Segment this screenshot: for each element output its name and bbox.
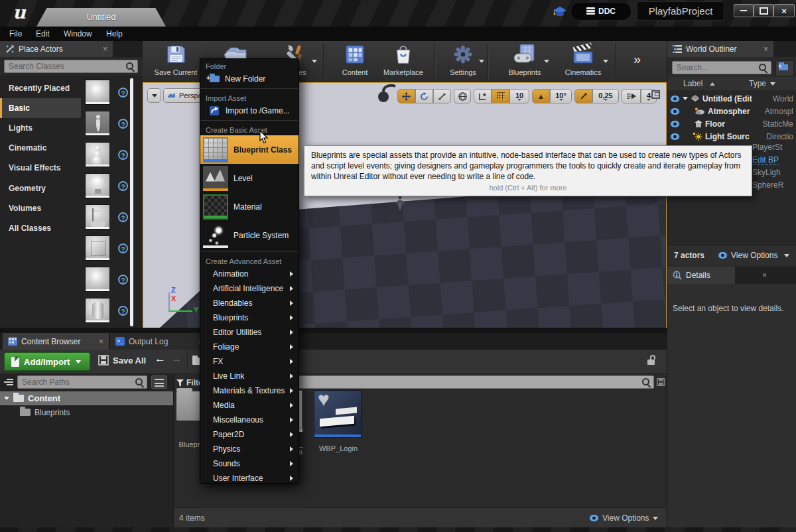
- visibility-eye-icon[interactable]: [670, 108, 680, 115]
- cinematics-button[interactable]: Cinematics: [555, 42, 611, 81]
- help-icon[interactable]: ?: [118, 275, 128, 285]
- close-icon[interactable]: ×: [99, 338, 103, 346]
- menu-help[interactable]: Help: [102, 27, 127, 41]
- outliner-row-floor[interactable]: Floor StaticMe: [670, 117, 796, 130]
- marketplace-button[interactable]: Marketplace: [376, 42, 431, 81]
- maximize-viewport-button[interactable]: [651, 90, 660, 99]
- category-recently-placed[interactable]: Recently Placed: [0, 78, 81, 98]
- column-label[interactable]: Label: [683, 79, 702, 88]
- menu-media[interactable]: Media: [200, 398, 298, 413]
- help-icon[interactable]: ?: [118, 181, 128, 191]
- category-all-classes[interactable]: All Classes: [0, 218, 81, 238]
- outliner-row-untitled[interactable]: Untitled (Edit World: [670, 92, 796, 105]
- menu-user-interface[interactable]: User Interface: [200, 471, 298, 486]
- help-icon[interactable]: ?: [118, 150, 128, 160]
- menu-file[interactable]: File: [5, 27, 26, 41]
- thumb-sphere[interactable]: [85, 80, 110, 105]
- menu-level[interactable]: Level: [200, 164, 298, 192]
- column-type[interactable]: Type: [749, 79, 766, 88]
- level-tab[interactable]: Untitled: [36, 8, 166, 27]
- category-visual-effects[interactable]: Visual Effects: [0, 158, 81, 178]
- outliner-row-atmosphere[interactable]: Atmospher Atmospl: [670, 105, 796, 117]
- menu-blendables[interactable]: Blendables: [200, 296, 298, 310]
- scale-snap-value[interactable]: 0,25: [592, 89, 619, 103]
- toolbar-overflow-button[interactable]: »: [633, 52, 641, 67]
- rotate-tool-button[interactable]: [415, 89, 433, 103]
- minimize-button[interactable]: [734, 4, 754, 17]
- scrollbar[interactable]: [130, 78, 133, 326]
- save-all-button[interactable]: Save All: [98, 355, 146, 366]
- menu-blueprint-class[interactable]: Blueprint Class: [200, 135, 298, 164]
- help-icon[interactable]: ?: [118, 88, 128, 98]
- move-tool-button[interactable]: [397, 89, 415, 103]
- menu-paper2d[interactable]: Paper2D: [200, 427, 298, 442]
- outliner-partial-spherereflection[interactable]: SphereR: [752, 180, 783, 190]
- category-basic[interactable]: Basic: [0, 98, 81, 118]
- ddc-button[interactable]: DDC: [570, 2, 631, 21]
- save-current-button[interactable]: Save Current: [151, 42, 201, 81]
- camera-speed-button[interactable]: [622, 89, 641, 103]
- search-classes-input[interactable]: [4, 60, 138, 73]
- category-volumes[interactable]: Volumes: [0, 198, 81, 218]
- menu-new-folder[interactable]: + New Folder: [200, 72, 298, 86]
- scale-tool-button[interactable]: [433, 89, 451, 103]
- tab-place-actors[interactable]: Place Actors ×: [0, 41, 113, 57]
- add-import-button[interactable]: Add/Import: [4, 352, 90, 371]
- menu-live-link[interactable]: Live Link: [200, 369, 298, 383]
- help-icon[interactable]: ?: [118, 119, 128, 129]
- surface-snap-button[interactable]: [474, 89, 492, 103]
- menu-materials-textures[interactable]: Materials & Textures: [200, 383, 298, 398]
- asset-wbp-login[interactable]: ♥ WBP_Login: [312, 390, 365, 452]
- visibility-eye-icon[interactable]: [670, 121, 680, 127]
- save-search-button[interactable]: [657, 375, 665, 389]
- tab-output-log[interactable]: >_ Output Log ×: [110, 333, 208, 350]
- tree-item-content[interactable]: Content: [0, 391, 173, 405]
- search-paths-input[interactable]: [17, 375, 147, 389]
- outliner-partial-skylight[interactable]: SkyLigh: [752, 168, 781, 177]
- tree-item-blueprints[interactable]: Blueprints: [0, 406, 173, 419]
- menu-blueprints[interactable]: Blueprints: [200, 310, 298, 325]
- menu-miscellaneous[interactable]: Miscellaneous: [200, 413, 298, 427]
- menu-import-to-game[interactable]: Import to /Game...: [200, 103, 298, 118]
- menu-artificial-intelligence[interactable]: Artificial Intelligence: [200, 281, 298, 296]
- expand-icon[interactable]: [683, 97, 688, 100]
- thumb-point-light[interactable]: [85, 173, 110, 198]
- content-button[interactable]: Content: [335, 42, 375, 81]
- thumb-empty-pawn[interactable]: [85, 142, 110, 167]
- category-geometry[interactable]: Geometry: [0, 178, 81, 198]
- new-folder-button[interactable]: +: [775, 60, 794, 76]
- graduation-cap-icon[interactable]: [553, 5, 567, 20]
- help-icon[interactable]: ?: [118, 212, 128, 222]
- edit-bp-link[interactable]: Edit BP: [752, 155, 779, 165]
- thumb-sphere-2[interactable]: [85, 267, 110, 292]
- rotation-snap-value[interactable]: 10°: [550, 89, 572, 103]
- tab-world-outliner[interactable]: World Outliner ×: [667, 41, 773, 57]
- close-button[interactable]: ×: [773, 4, 795, 17]
- category-lights[interactable]: Lights: [0, 118, 81, 138]
- menu-physics[interactable]: Physics: [200, 442, 298, 456]
- menu-sounds[interactable]: Sounds: [200, 456, 298, 471]
- maximize-button[interactable]: [754, 4, 773, 17]
- blueprints-button[interactable]: Blueprints: [498, 42, 552, 81]
- tab-details[interactable]: Details: [667, 267, 735, 284]
- menu-animation[interactable]: Animation: [200, 267, 298, 281]
- thumb-player-start[interactable]: [85, 204, 110, 230]
- grid-snap-button[interactable]: [492, 89, 509, 103]
- lock-button[interactable]: [647, 355, 655, 365]
- menu-foliage[interactable]: Foliage: [200, 340, 298, 354]
- menu-edit[interactable]: Edit: [32, 27, 54, 41]
- visibility-eye-icon[interactable]: [670, 133, 680, 140]
- thumb-cube[interactable]: [85, 235, 110, 261]
- back-button[interactable]: ←: [155, 352, 166, 366]
- help-icon[interactable]: ?: [118, 306, 128, 316]
- forward-button[interactable]: →: [171, 352, 182, 366]
- close-icon[interactable]: ×: [103, 45, 107, 53]
- cb-view-options-button[interactable]: View Options: [602, 513, 649, 523]
- menu-particle-system[interactable]: Particle System: [200, 221, 298, 249]
- outliner-partial-playerstart[interactable]: PlayerSt: [752, 143, 782, 152]
- visibility-eye-icon[interactable]: [670, 96, 680, 102]
- tab-content-browser[interactable]: Content Browser ×: [3, 333, 109, 350]
- close-icon[interactable]: ×: [762, 271, 767, 279]
- outliner-view-options-button[interactable]: View Options: [731, 251, 777, 260]
- menu-material[interactable]: Material: [200, 192, 298, 221]
